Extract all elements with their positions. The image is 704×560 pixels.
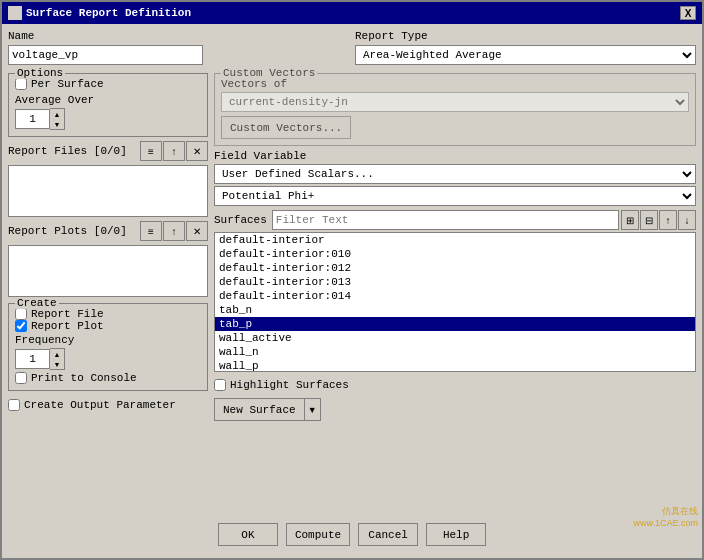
field-variable-label: Field Variable (214, 150, 306, 162)
create-output-param-checkbox[interactable] (8, 399, 20, 411)
report-plots-list (8, 245, 208, 297)
frequency-input[interactable] (15, 349, 50, 369)
create-output-param-row: Create Output Parameter (8, 399, 208, 411)
custom-vectors-button[interactable]: Custom Vectors... (221, 116, 351, 139)
main-window: Surface Report Definition X Name Report … (0, 0, 704, 560)
spin-up-button[interactable]: ▲ (50, 109, 64, 119)
average-over-input[interactable] (15, 109, 50, 129)
cancel-button[interactable]: Cancel (358, 523, 418, 546)
report-plots-section: Report Plots [0/0] ≡ ↑ ✕ (8, 221, 208, 297)
report-files-delete-btn[interactable]: ✕ (186, 141, 208, 161)
options-group-label: Options (15, 67, 65, 79)
list-item[interactable]: default-interior:010 (215, 247, 695, 261)
window-icon (8, 6, 22, 20)
help-button[interactable]: Help (426, 523, 486, 546)
bottom-buttons: OK Compute Cancel Help (8, 519, 696, 552)
per-surface-checkbox[interactable] (15, 78, 27, 90)
create-group: Create Report File Report Plot Frequency (8, 303, 208, 391)
report-plots-list-btn[interactable]: ≡ (140, 221, 162, 241)
report-files-toolbar: ≡ ↑ ✕ (140, 141, 208, 161)
highlight-surfaces-row: Highlight Surfaces (214, 379, 696, 391)
left-column: Options Per Surface Average Over ▲ ▼ (8, 69, 208, 515)
highlight-surfaces-label: Highlight Surfaces (230, 379, 349, 391)
report-plots-toolbar: ≡ ↑ ✕ (140, 221, 208, 241)
close-button[interactable]: X (680, 6, 696, 20)
name-label: Name (8, 30, 349, 42)
list-item[interactable]: default-interior:014 (215, 289, 695, 303)
field-variable-select1[interactable]: User Defined Scalars... (214, 164, 696, 184)
surfaces-label: Surfaces (214, 214, 267, 226)
options-group: Options Per Surface Average Over ▲ ▼ (8, 73, 208, 137)
report-file-checkbox[interactable] (15, 308, 27, 320)
per-surface-label: Per Surface (31, 78, 104, 90)
per-surface-row: Per Surface (15, 78, 201, 90)
vectors-of-select[interactable]: current-density-jn (221, 92, 689, 112)
report-files-list-btn[interactable]: ≡ (140, 141, 162, 161)
create-group-label: Create (15, 297, 59, 309)
right-column: Custom Vectors Vectors of current-densit… (214, 69, 696, 515)
report-plots-delete-btn[interactable]: ✕ (186, 221, 208, 241)
frequency-spin-down[interactable]: ▼ (50, 359, 64, 369)
field-variable-select2[interactable]: Potential Phi+ (214, 186, 696, 206)
title-bar-text: Surface Report Definition (8, 6, 191, 20)
report-type-select[interactable]: Area-Weighted Average (355, 45, 696, 65)
spin-down-button[interactable]: ▼ (50, 119, 64, 129)
surfaces-filter-down-btn[interactable]: ↓ (678, 210, 696, 230)
report-files-list (8, 165, 208, 217)
report-plot-label: Report Plot (31, 320, 104, 332)
custom-vectors-group: Custom Vectors Vectors of current-densit… (214, 73, 696, 146)
surfaces-list[interactable]: default-interiordefault-interior:010defa… (214, 232, 696, 372)
content-area: Name Report Type Area-Weighted Average O… (2, 24, 702, 558)
vectors-of-label: Vectors of (221, 78, 287, 90)
report-plots-up-btn[interactable]: ↑ (163, 221, 185, 241)
frequency-spin-up[interactable]: ▲ (50, 349, 64, 359)
report-plot-row: Report Plot (15, 320, 201, 332)
surfaces-filter-input[interactable] (272, 210, 619, 230)
list-item[interactable]: tab_p (215, 317, 695, 331)
list-item[interactable]: wall_active (215, 331, 695, 345)
middle-row: Options Per Surface Average Over ▲ ▼ (8, 69, 696, 515)
highlight-surfaces-checkbox[interactable] (214, 379, 226, 391)
frequency-label: Frequency (15, 334, 74, 346)
surfaces-toolbar: ⊞ ⊟ ↑ ↓ (621, 210, 696, 230)
list-item[interactable]: default-interior (215, 233, 695, 247)
surfaces-filter-all-btn[interactable]: ⊞ (621, 210, 639, 230)
list-item[interactable]: default-interior:012 (215, 261, 695, 275)
new-surface-row: New Surface ▼ (214, 398, 696, 421)
list-item[interactable]: wall_p (215, 359, 695, 372)
surfaces-filter-row: Surfaces ⊞ ⊟ ↑ ↓ (214, 210, 696, 230)
average-over-spinbox: ▲ ▼ (15, 108, 201, 130)
report-file-label: Report File (31, 308, 104, 320)
report-plots-header: Report Plots [0/0] ≡ ↑ ✕ (8, 221, 208, 241)
report-files-up-btn[interactable]: ↑ (163, 141, 185, 161)
average-over-label: Average Over (15, 94, 94, 106)
title-bar: Surface Report Definition X (2, 2, 702, 24)
report-plots-label: Report Plots [0/0] (8, 225, 127, 237)
print-console-row: Print to Console (15, 372, 201, 384)
average-over-row: Average Over ▲ ▼ (15, 94, 201, 130)
list-item[interactable]: default-interior:013 (215, 275, 695, 289)
field-variable-section: Field Variable User Defined Scalars... P… (214, 150, 696, 206)
new-surface-dropdown-button[interactable]: ▼ (305, 398, 321, 421)
surfaces-section: Surfaces ⊞ ⊟ ↑ ↓ default-interiordefault… (214, 210, 696, 372)
report-files-header: Report Files [0/0] ≡ ↑ ✕ (8, 141, 208, 161)
custom-vectors-label: Custom Vectors (221, 67, 317, 79)
create-output-param-label: Create Output Parameter (24, 399, 176, 411)
print-console-label: Print to Console (31, 372, 137, 384)
surfaces-filter-none-btn[interactable]: ⊟ (640, 210, 658, 230)
frequency-spin-buttons: ▲ ▼ (50, 348, 65, 370)
ok-button[interactable]: OK (218, 523, 278, 546)
new-surface-button[interactable]: New Surface (214, 398, 305, 421)
list-item[interactable]: wall_n (215, 345, 695, 359)
compute-button[interactable]: Compute (286, 523, 350, 546)
print-console-checkbox[interactable] (15, 372, 27, 384)
top-row: Name Report Type Area-Weighted Average (8, 30, 696, 65)
spin-buttons: ▲ ▼ (50, 108, 65, 130)
report-plot-checkbox[interactable] (15, 320, 27, 332)
surfaces-filter-up-btn[interactable]: ↑ (659, 210, 677, 230)
report-files-section: Report Files [0/0] ≡ ↑ ✕ (8, 141, 208, 217)
list-item[interactable]: tab_n (215, 303, 695, 317)
name-input[interactable] (8, 45, 203, 65)
report-files-label: Report Files [0/0] (8, 145, 127, 157)
report-type-section: Report Type Area-Weighted Average (355, 30, 696, 65)
